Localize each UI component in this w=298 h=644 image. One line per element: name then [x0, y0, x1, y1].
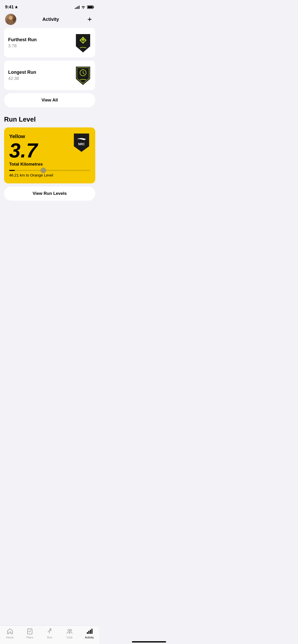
page-title: Activity — [42, 17, 59, 22]
longest-run-badge-icon — [75, 66, 91, 85]
view-all-button[interactable]: View All — [4, 93, 95, 107]
svg-text:NRC: NRC — [78, 142, 85, 146]
location-icon — [15, 6, 18, 9]
furthest-run-info: Furthest Run 3.78 — [8, 37, 37, 49]
time-text: 9:41 — [5, 5, 14, 10]
longest-run-value: 42:38 — [8, 76, 36, 81]
progress-bar — [9, 170, 90, 171]
progress-dot — [40, 168, 46, 173]
svg-rect-1 — [93, 7, 94, 8]
add-button[interactable] — [85, 15, 94, 24]
run-level-next-text: 46.21 km to Orange Level — [9, 173, 90, 177]
wifi-icon — [81, 5, 86, 9]
furthest-run-title: Furthest Run — [8, 37, 37, 42]
status-time: 9:41 — [5, 5, 18, 10]
status-bar: 9:41 — [0, 0, 99, 13]
scroll-content: Furthest Run 3.78 Longest Run 42:38 — [0, 28, 99, 226]
run-level-section-title: Run Level — [4, 115, 95, 123]
run-level-card[interactable]: NRC Yellow 3.7 Total Kilometres 46.21 km… — [4, 127, 95, 183]
status-icons — [75, 5, 94, 9]
svg-rect-2 — [88, 6, 93, 8]
furthest-run-value: 3.78 — [8, 43, 37, 49]
furthest-run-badge-icon — [75, 33, 91, 52]
furthest-run-card[interactable]: Furthest Run 3.78 — [4, 28, 95, 57]
longest-run-card[interactable]: Longest Run 42:38 — [4, 61, 95, 90]
view-run-levels-button[interactable]: View Run Levels — [4, 186, 95, 201]
avatar[interactable] — [5, 14, 16, 25]
nav-header: Activity — [0, 13, 99, 28]
run-level-unit: Total Kilometres — [9, 162, 90, 167]
longest-run-info: Longest Run 42:38 — [8, 70, 36, 81]
signal-icon — [75, 5, 79, 9]
progress-bar-fill — [9, 170, 15, 171]
longest-run-title: Longest Run — [8, 70, 36, 75]
battery-icon — [87, 5, 94, 9]
nrc-badge-icon: NRC — [73, 133, 90, 152]
